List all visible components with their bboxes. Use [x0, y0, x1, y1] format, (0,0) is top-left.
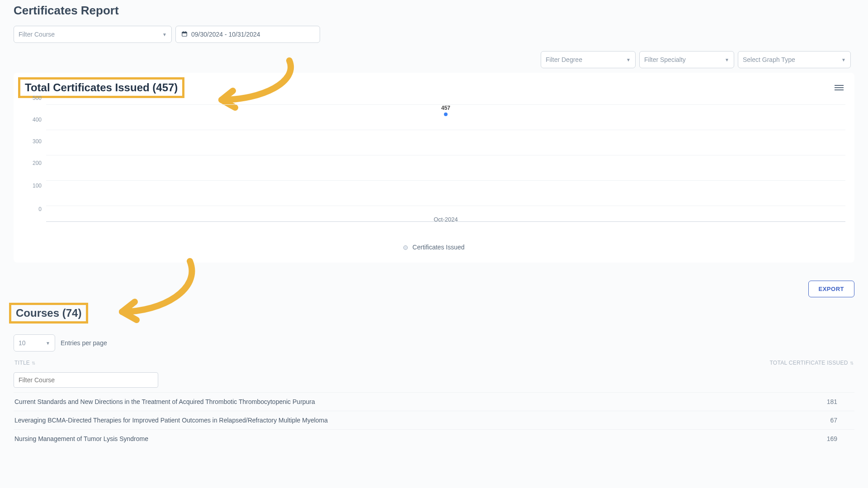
course-title-cell: Nursing Management of Tumor Lysis Syndro…: [14, 435, 148, 442]
filter-row-right: Filter Degree ▼ Filter Specialty ▼ Selec…: [14, 51, 854, 68]
calendar-icon: [181, 31, 188, 38]
sort-icon: ⇅: [32, 361, 35, 366]
table-row[interactable]: Leveraging BCMA-Directed Therapies for I…: [14, 411, 854, 429]
entries-per-page-select[interactable]: 10 ▼: [14, 334, 55, 352]
filter-course-input[interactable]: [14, 372, 158, 388]
svg-rect-2: [183, 31, 184, 33]
chevron-down-icon: ▼: [841, 57, 846, 62]
y-tick: 400: [33, 117, 42, 123]
filter-degree-select[interactable]: Filter Degree ▼: [541, 51, 636, 68]
course-count-cell: 67: [826, 417, 854, 424]
svg-rect-3: [185, 31, 186, 33]
sort-icon: ⇅: [850, 361, 854, 366]
chevron-down-icon: ▼: [46, 341, 50, 346]
filter-specialty-placeholder: Filter Specialty: [644, 56, 686, 63]
filter-course-input-row: [14, 372, 854, 388]
y-tick: 500: [33, 95, 42, 101]
filter-course-select[interactable]: Filter Course ▼: [14, 26, 172, 43]
date-range-value: 09/30/2024 - 10/31/2024: [191, 31, 260, 38]
export-row: EXPORT: [14, 281, 854, 297]
entries-value: 10: [19, 339, 26, 347]
entries-per-page-label: Entries per page: [61, 339, 107, 347]
course-title-cell: Leveraging BCMA-Directed Therapies for I…: [14, 417, 328, 424]
course-title-cell: Current Standards and New Directions in …: [14, 398, 315, 405]
y-tick: 200: [33, 160, 42, 166]
data-point[interactable]: [444, 113, 448, 116]
legend-label: Certificates Issued: [412, 244, 464, 251]
filter-course-placeholder: Filter Course: [19, 31, 55, 38]
plot-region: 457 Oct-2024: [46, 104, 845, 222]
y-tick: 100: [33, 183, 42, 189]
annotation-highlight-courses: Courses (74): [9, 303, 88, 324]
chevron-down-icon: ▼: [626, 57, 631, 62]
export-button[interactable]: EXPORT: [808, 281, 854, 297]
legend-marker-icon: [403, 245, 408, 250]
chart-title: Total Certificates Issued (457): [25, 81, 178, 94]
x-tick-label: Oct-2024: [434, 216, 458, 223]
chart-legend: Certificates Issued: [23, 244, 845, 251]
filter-degree-placeholder: Filter Degree: [546, 56, 582, 63]
courses-table-header: TITLE⇅ TOTAL CERTIFICATE ISSUED⇅: [14, 356, 854, 370]
chart-plot-area: 0 100 200 300 400 500 457 Oct-2024: [23, 104, 845, 231]
y-axis: 0 100 200 300 400 500: [23, 104, 44, 222]
page-title: Certificates Report: [14, 4, 854, 18]
course-count-cell: 181: [826, 398, 854, 405]
annotation-highlight-certificates: Total Certificates Issued (457): [18, 77, 184, 98]
course-count-cell: 169: [826, 435, 854, 442]
chevron-down-icon: ▼: [162, 32, 167, 37]
entries-per-page-row: 10 ▼ Entries per page: [14, 334, 854, 352]
chevron-down-icon: ▼: [725, 57, 729, 62]
data-point-label: 457: [441, 105, 450, 111]
select-graph-type[interactable]: Select Graph Type ▼: [738, 51, 851, 68]
chart-card: Total Certificates Issued (457) 0 100 20…: [14, 73, 854, 263]
svg-rect-1: [182, 32, 187, 33]
filter-specialty-select[interactable]: Filter Specialty ▼: [639, 51, 734, 68]
chart-menu-button[interactable]: [835, 84, 844, 92]
column-header-count[interactable]: TOTAL CERTIFICATE ISSUED⇅: [769, 360, 854, 366]
column-header-title[interactable]: TITLE⇅: [14, 360, 35, 366]
courses-title: Courses (74): [16, 307, 81, 319]
graph-type-placeholder: Select Graph Type: [743, 56, 795, 63]
table-row[interactable]: Current Standards and New Directions in …: [14, 392, 854, 411]
y-tick: 300: [33, 138, 42, 145]
date-range-picker[interactable]: 09/30/2024 - 10/31/2024: [175, 26, 320, 43]
filter-row-top: Filter Course ▼ 09/30/2024 - 10/31/2024: [14, 26, 854, 43]
y-tick: 0: [38, 206, 42, 212]
table-row[interactable]: Nursing Management of Tumor Lysis Syndro…: [14, 429, 854, 448]
